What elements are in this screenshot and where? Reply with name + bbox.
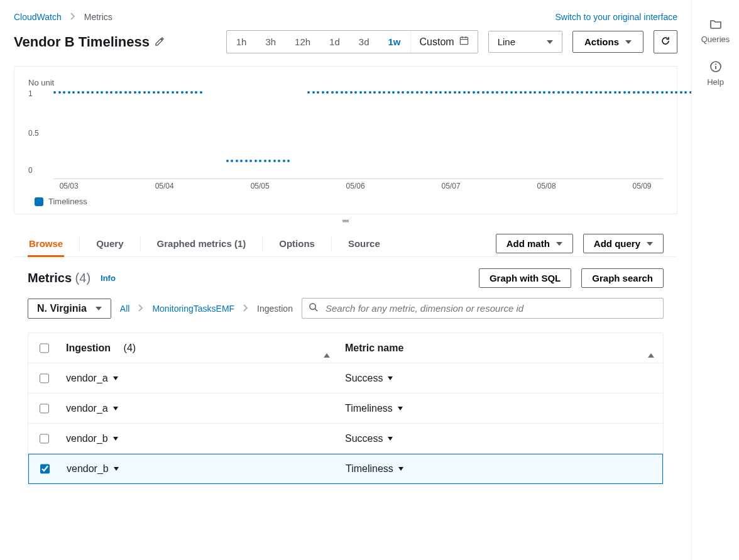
y-axis-label: No unit [28,78,663,87]
tab-options[interactable]: Options [278,231,316,256]
tab-graphed[interactable]: Graphed metrics (1) [156,231,248,256]
x-tick: 05/03 [60,182,79,190]
range-3h[interactable]: 3h [256,31,285,53]
chevron-down-icon[interactable] [388,437,393,441]
table-row[interactable]: vendor_a Timeliness [28,393,663,424]
add-query-button[interactable]: Add query [583,234,664,253]
row-ingestion: vendor_b [66,433,108,444]
search-icon [309,302,318,314]
svg-point-8 [715,63,716,65]
region-label: N. Virginia [37,303,87,314]
graph-search-button[interactable]: Graph search [581,268,664,288]
row-metric: Success [345,373,383,384]
range-1h[interactable]: 1h [227,31,256,53]
calendar-icon [459,36,469,48]
visualization-type-select[interactable]: Line [488,31,562,53]
row-metric: Timeliness [346,463,393,475]
col-metric[interactable]: Metric name [345,343,654,354]
folder-icon [709,18,722,32]
x-tick: 05/07 [442,182,461,190]
row-checkbox[interactable] [40,404,49,414]
y-tick: 0 [28,166,33,175]
chevron-down-icon[interactable] [114,467,119,471]
page-title: Vendor B Timeliness [14,34,150,50]
rail-help[interactable]: Help [707,60,724,87]
select-all-checkbox[interactable] [40,343,49,353]
add-query-label: Add query [594,238,640,249]
switch-interface-link[interactable]: Switch to your original interface [555,12,677,22]
range-1d[interactable]: 1d [320,31,349,53]
chart[interactable]: 1 0.5 0 05/0305/0405/0505/0605/0705/0805… [53,91,663,179]
breadcrumb-service[interactable]: CloudWatch [14,12,62,22]
tab-query[interactable]: Query [95,231,124,256]
region-select[interactable]: N. Virginia [28,299,111,319]
row-checkbox[interactable] [40,373,49,383]
actions-button[interactable]: Actions [572,31,643,53]
range-custom[interactable]: Custom [410,31,478,53]
refresh-button[interactable] [654,30,677,53]
breadcrumb-current: Metrics [84,12,112,22]
chevron-down-icon[interactable] [388,376,393,380]
rail-help-label: Help [707,77,724,87]
row-ingestion: vendor_a [66,373,108,384]
x-tick: 05/04 [155,182,174,190]
info-link[interactable]: Info [101,273,116,283]
x-tick: 05/08 [537,182,556,190]
row-checkbox[interactable] [40,464,50,474]
metric-search-input[interactable] [324,302,657,314]
y-tick: 0.5 [28,129,39,138]
crumb-all[interactable]: All [120,304,130,314]
legend-label: Timeliness [48,197,87,206]
sort-asc-icon [324,343,330,358]
chart-panel: No unit 1 0.5 0 05/0305/0405/0505/0605/0… [14,66,677,214]
tabs: Browse Query Graphed metrics (1) Options… [14,231,677,257]
crumb-namespace[interactable]: MonitoringTasksEMF [152,304,234,314]
panel-splitter[interactable]: ═ [14,214,677,227]
tab-browse[interactable]: Browse [28,231,64,256]
chart-legend[interactable]: Timeliness [35,197,663,206]
row-checkbox[interactable] [40,434,49,444]
range-12h[interactable]: 12h [285,31,320,53]
range-1w[interactable]: 1w [378,31,410,53]
chevron-down-icon[interactable] [113,437,118,441]
chevron-down-icon [647,242,653,246]
chevron-down-icon[interactable] [398,407,403,410]
row-metric: Timeliness [345,403,393,414]
x-tick: 05/05 [251,182,270,190]
svg-point-4 [310,304,315,309]
chevron-down-icon[interactable] [113,376,118,380]
refresh-icon [660,36,671,48]
actions-label: Actions [584,36,619,47]
svg-rect-0 [460,37,468,44]
chevron-down-icon[interactable] [113,407,118,410]
rail-queries-label: Queries [701,35,730,44]
crumb-dimension: Ingestion [257,304,293,314]
add-math-label: Add math [506,238,550,249]
info-icon [709,60,722,75]
tab-source[interactable]: Source [347,231,381,256]
add-math-button[interactable]: Add math [496,234,573,253]
range-custom-label: Custom [420,36,454,48]
right-rail: Queries Help [691,0,739,560]
col-ingestion[interactable]: Ingestion (4) [66,343,330,354]
graph-with-sql-button[interactable]: Graph with SQL [479,268,571,288]
chevron-down-icon[interactable] [398,467,403,471]
edit-icon[interactable] [155,34,165,50]
sort-asc-icon [648,343,654,358]
chevron-down-icon [556,242,562,246]
table-row[interactable]: vendor_b Success [28,424,663,454]
rail-queries[interactable]: Queries [701,18,730,44]
range-3d[interactable]: 3d [349,31,379,53]
metric-search[interactable] [302,298,664,319]
chevron-down-icon [625,40,632,44]
breadcrumb: CloudWatch Metrics Switch to your origin… [14,11,677,23]
x-tick: 05/06 [346,182,365,190]
x-tick: 05/09 [633,182,652,190]
table-row[interactable]: vendor_a Success [28,363,663,393]
row-metric: Success [345,433,383,444]
chevron-down-icon [547,40,553,44]
legend-swatch [35,197,43,206]
table-row[interactable]: vendor_b Timeliness [28,454,663,484]
chevron-right-icon [138,303,143,314]
metrics-table: Ingestion (4) Metric name vendor_a Succe… [28,332,664,485]
